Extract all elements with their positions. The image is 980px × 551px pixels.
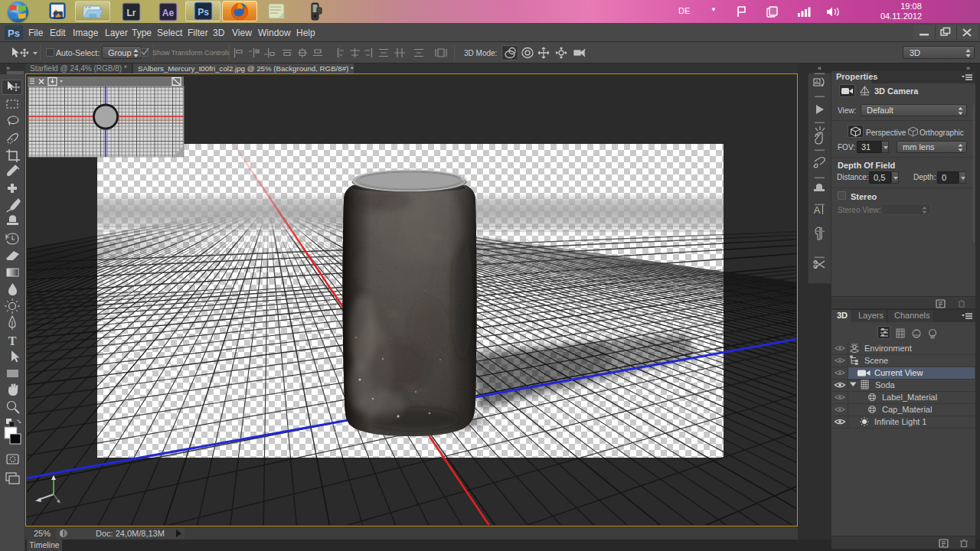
svg-text:Ps: Ps [8,28,20,39]
svg-text:A: A [814,204,821,216]
svg-text:Scene: Scene [864,356,888,365]
svg-text:Ps: Ps [198,7,209,18]
svg-text:Soda: Soda [875,380,896,390]
svg-text:T: T [8,334,17,347]
svg-text:Current View: Current View [874,368,923,377]
svg-text:Ae: Ae [162,7,174,18]
svg-text:Environment: Environment [864,344,912,353]
svg-text:Label_Material: Label_Material [882,393,937,402]
svg-text:Cap_Material: Cap_Material [882,405,932,414]
svg-text:Lr: Lr [126,7,136,18]
svg-text:Infinite Light 1: Infinite Light 1 [874,417,927,426]
